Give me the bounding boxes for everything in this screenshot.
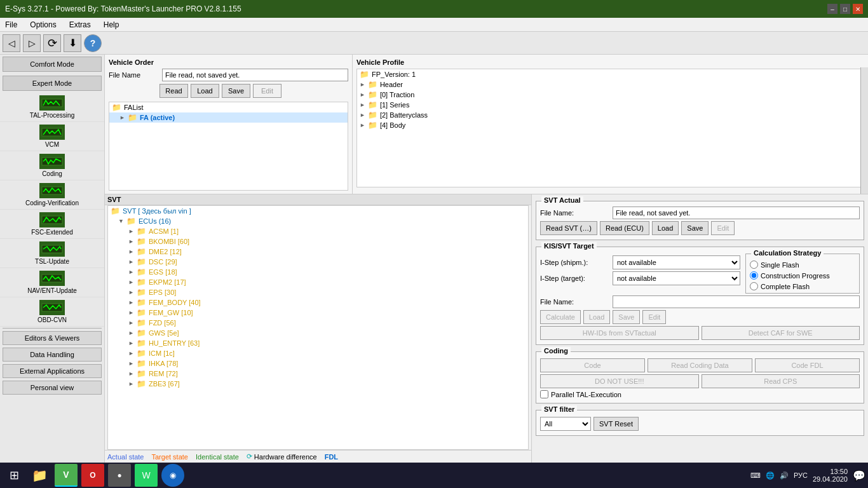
sidebar-item-coding-verification[interactable]: Coding-Verification (0, 180, 104, 210)
i-step-shipm-select[interactable]: not available (613, 255, 740, 269)
kis-edit-button[interactable]: Edit (642, 310, 666, 324)
read-cps-button[interactable]: Read CPS (702, 374, 860, 388)
ecu-egs-label: EGS [18] (149, 268, 177, 276)
ecu-hu-entry[interactable]: ► 📁 HU_ENTRY [63] (108, 338, 528, 348)
taskbar-explorer[interactable]: 📁 (28, 464, 51, 487)
kis-load-button[interactable]: Load (583, 310, 610, 324)
ecu-fzd[interactable]: ► 📁 FZD [56] (108, 318, 528, 328)
complete-flash-radio[interactable] (750, 282, 758, 290)
sidebar-item-coding[interactable]: Coding (0, 151, 104, 180)
vehicle-profile-tree[interactable]: 📁 FP_Version: 1 ► 📁 Header ► 📁 [0] Tract… (356, 69, 864, 187)
sidebar-item-obd-cvn[interactable]: OBD-CVN (0, 297, 104, 327)
sidebar-item-fsc-extended[interactable]: FSC-Extended (0, 210, 104, 239)
code-fdl-button[interactable]: Code FDL (755, 358, 860, 372)
code-button[interactable]: Code (540, 358, 645, 372)
sidebar-item-tal-processing[interactable]: TAL-Processing (0, 93, 104, 122)
complete-flash-radio-row[interactable]: Complete Flash (750, 282, 855, 290)
hw-ids-button[interactable]: HW-IDs from SVTactual (540, 326, 699, 340)
svt-actual-edit-button[interactable]: Edit (711, 221, 735, 235)
menu-help[interactable]: Help (101, 19, 122, 30)
close-button[interactable]: ✕ (853, 4, 863, 14)
ecu-ekpm2[interactable]: ► 📁 EKPM2 [17] (108, 277, 528, 287)
vp-header[interactable]: ► 📁 Header (357, 79, 864, 90)
fsc-extended-icon (39, 212, 65, 227)
taskbar-app-whatsapp[interactable]: W (135, 464, 158, 487)
svt-actual-load-button[interactable]: Load (652, 221, 679, 235)
window-controls[interactable]: – □ ✕ (827, 4, 863, 14)
personal-view-button[interactable]: Personal view (3, 381, 102, 395)
ecu-fem-body[interactable]: ► 📁 FEM_BODY [40] (108, 297, 528, 308)
vp-body[interactable]: ► 📁 [4] Body (357, 120, 864, 130)
sidebar-item-vcm[interactable]: VCM (0, 122, 104, 151)
refresh-button[interactable]: ⟳ (43, 34, 61, 52)
sidebar-item-nav-ent-update[interactable]: NAV/ENT-Update (0, 268, 104, 297)
menu-file[interactable]: File (3, 19, 20, 30)
do-not-use-button[interactable]: DO NOT USE!!! (540, 374, 699, 388)
back-button[interactable]: ◁ (3, 34, 20, 52)
ecu-zbe3[interactable]: ► 📁 ZBE3 [67] (108, 379, 528, 389)
construction-progress-radio-row[interactable]: Construction Progress (750, 271, 855, 280)
read-coding-data-button[interactable]: Read Coding Data (648, 358, 752, 372)
vehicle-order-save-button[interactable]: Save (222, 84, 250, 98)
ecu-gws[interactable]: ► 📁 GWS [5e] (108, 328, 528, 338)
fa-list-item[interactable]: 📁 FAList (109, 102, 348, 112)
parallel-tal-checkbox[interactable] (540, 390, 548, 398)
kis-save-button[interactable]: Save (613, 310, 640, 324)
ecu-dsc[interactable]: ► 📁 DSC [29] (108, 257, 528, 267)
vp-batteryclass[interactable]: ► 📁 [2] Batteryclass (357, 110, 864, 120)
vehicle-order-edit-button[interactable]: Edit (253, 84, 281, 98)
fa-list-label: FAList (124, 104, 144, 111)
taskbar-date: 29.04.2020 (813, 475, 848, 483)
single-flash-radio[interactable] (750, 261, 758, 269)
ecu-dme2[interactable]: ► 📁 DME2 [12] (108, 247, 528, 257)
data-handling-button[interactable]: Data Handling (3, 348, 102, 362)
menu-options[interactable]: Options (27, 19, 58, 30)
download-button[interactable]: ⬇ (64, 34, 81, 52)
read-svt-button[interactable]: Read SVT (…) (540, 221, 597, 235)
taskbar-app-red[interactable]: О (81, 464, 104, 487)
svt-root[interactable]: 📁 SVT [ Здесь был vin ] (108, 206, 528, 216)
svt-tree[interactable]: 📁 SVT [ Здесь был vin ] ▼ 📁 ECUs (16) ► … (107, 205, 529, 450)
taskbar-notification-icon[interactable]: 💬 (853, 470, 865, 482)
kis-file-name-input[interactable] (613, 295, 860, 308)
vp-series[interactable]: ► 📁 [1] Series (357, 100, 864, 110)
taskbar-app-bmw[interactable]: ◉ (161, 464, 184, 487)
expert-mode-button[interactable]: Expert Mode (3, 76, 102, 91)
ecu-bkombi[interactable]: ► 📁 BKOMBI [60] (108, 236, 528, 247)
maximize-button[interactable]: □ (840, 4, 850, 14)
external-applications-button[interactable]: External Applications (3, 364, 102, 378)
taskbar-app-gray[interactable]: ● (108, 464, 131, 487)
svt-ecus[interactable]: ▼ 📁 ECUs (16) (108, 216, 528, 226)
comfort-mode-button[interactable]: Comfort Mode (3, 57, 102, 72)
minimize-button[interactable]: – (827, 4, 837, 14)
i-step-target-select[interactable]: not available (613, 271, 740, 285)
construction-progress-radio[interactable] (750, 271, 758, 280)
svt-reset-button[interactable]: SVT Reset (593, 417, 639, 431)
help-button[interactable]: ? (84, 34, 102, 52)
ecu-rem[interactable]: ► 📁 REM [72] (108, 369, 528, 379)
single-flash-radio-row[interactable]: Single Flash (750, 261, 855, 269)
ecu-fem-gw[interactable]: ► 📁 FEM_GW [10] (108, 308, 528, 318)
detect-caf-button[interactable]: Detect CAF for SWE (702, 326, 860, 340)
ecu-ihka[interactable]: ► 📁 IHKA [78] (108, 358, 528, 369)
start-button[interactable]: ⊞ (3, 464, 25, 487)
ecu-icm[interactable]: ► 📁 ICM [1c] (108, 348, 528, 358)
taskbar-app-esys[interactable]: V (55, 464, 78, 487)
ecu-egs[interactable]: ► 📁 EGS [18] (108, 267, 528, 277)
vehicle-order-read-button[interactable]: Read (159, 84, 188, 98)
sidebar-item-tsl-update[interactable]: TSL-Update (0, 239, 104, 268)
svt-actual-title: SVT Actual (541, 196, 583, 204)
fa-active-item[interactable]: ► 📁 FA (active) (109, 112, 348, 123)
svt-actual-save-button[interactable]: Save (681, 221, 709, 235)
ecu-eps[interactable]: ► 📁 EPS [30] (108, 287, 528, 297)
svt-filter-select[interactable]: All Actual Target Identical Different (540, 417, 591, 431)
calculate-button[interactable]: Calculate (540, 310, 581, 324)
vp-traction[interactable]: ► 📁 [0] Traction (357, 90, 864, 100)
editors-viewers-button[interactable]: Editors & Viewers (3, 331, 102, 345)
vehicle-order-filename-input[interactable] (162, 69, 348, 81)
vehicle-order-load-button[interactable]: Load (191, 84, 219, 98)
read-ecu-button[interactable]: Read (ECU) (600, 221, 649, 235)
ecu-acsm[interactable]: ► 📁 ACSM [1] (108, 226, 528, 236)
forward-button[interactable]: ▷ (23, 34, 41, 52)
menu-extras[interactable]: Extras (67, 19, 93, 30)
